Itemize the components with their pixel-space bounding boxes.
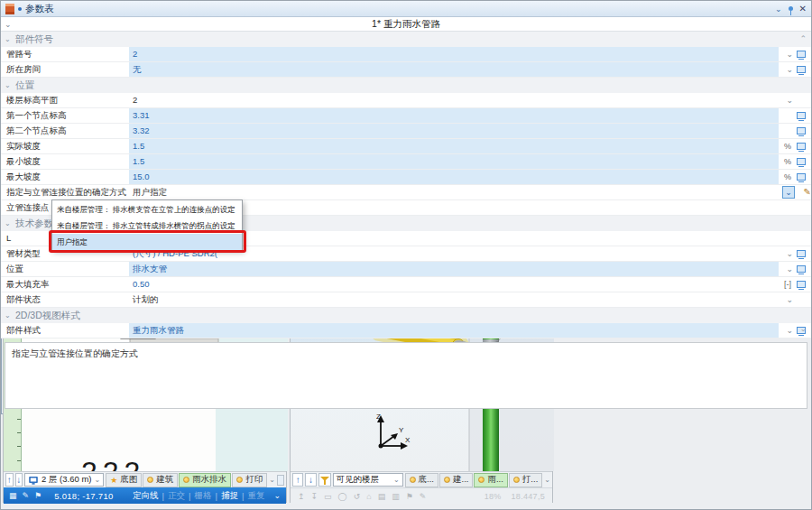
left-layer-tab[interactable]: ★底图 xyxy=(106,473,142,487)
dropdown-chevron-icon[interactable]: ⌄ xyxy=(786,262,793,276)
param-value[interactable]: 15.0 xyxy=(129,170,779,184)
floor-down-button[interactable]: ↓ xyxy=(15,473,23,487)
tool-icon[interactable]: ↧ xyxy=(311,492,318,501)
param-value[interactable]: 1.5 xyxy=(129,154,779,169)
pin-icon[interactable] xyxy=(789,6,793,11)
param-value[interactable]: 2 xyxy=(129,47,779,61)
bulb-icon xyxy=(444,477,450,483)
tool-icon[interactable]: ↥ xyxy=(298,492,305,501)
separator: | xyxy=(162,491,164,501)
toggle-3[interactable]: 栅格 xyxy=(195,490,212,502)
dropdown-option[interactable]: 用户指定 xyxy=(52,234,242,250)
tool-icon[interactable]: ⌂ xyxy=(366,492,371,501)
param-value[interactable]: 用户指定 xyxy=(129,185,779,199)
middle-layer-tab[interactable]: 底... xyxy=(405,473,438,487)
dropdown-chevron-icon[interactable]: ⌄ xyxy=(782,186,795,199)
apply-link-icon[interactable] xyxy=(797,66,806,73)
apply-link-icon[interactable] xyxy=(797,143,806,150)
middle-layer-tab[interactable]: 打... xyxy=(509,473,542,487)
element-header[interactable]: ⌄ 1* 重力雨水管路 xyxy=(1,17,811,32)
layer-tab-label: 底... xyxy=(419,474,434,486)
toggle-4[interactable]: 捕捉 xyxy=(221,490,238,502)
chevron-down-icon[interactable]: ⌄ xyxy=(544,476,550,484)
param-value[interactable]: 1.5 xyxy=(129,139,779,153)
bullet-icon xyxy=(18,7,22,11)
floor-up-button[interactable]: ↑ xyxy=(292,473,303,487)
toggle-2[interactable]: 正交 xyxy=(168,490,185,502)
apply-link-icon[interactable] xyxy=(797,173,806,181)
tool-icon[interactable]: ⚑ xyxy=(406,492,413,501)
param-row: 指定与立管连接位置的确定方式用户指定⌄✎ xyxy=(1,185,811,200)
apply-link-icon[interactable] xyxy=(797,250,806,257)
left-layer-tab[interactable]: 打印 xyxy=(232,473,267,487)
tool-icon[interactable]: ▥ xyxy=(392,492,400,501)
tool-icon[interactable]: ▭ xyxy=(324,492,332,501)
chevron-down-icon: ⌄ xyxy=(5,20,12,29)
left-layer-tab[interactable]: 建筑 xyxy=(143,473,178,487)
tool-icon[interactable]: ◯ xyxy=(338,492,347,501)
dropdown-option[interactable]: 来自楼层管理： 排水横支管在立管上的连接点的设定 xyxy=(52,201,242,218)
apply-link-icon[interactable] xyxy=(797,51,806,58)
middle-layer-tab[interactable]: 建... xyxy=(439,473,473,487)
layer-tab-label: 底图 xyxy=(120,474,137,486)
param-section-label: 位置 xyxy=(15,79,34,90)
apply-link-icon[interactable] xyxy=(797,112,806,119)
apply-link-icon[interactable] xyxy=(797,281,806,288)
param-value[interactable]: 3.32 xyxy=(129,124,779,138)
param-section[interactable]: ⌄2D/3D视图样式 xyxy=(1,308,811,323)
chevron-down-icon[interactable]: ⌄ xyxy=(273,491,281,500)
chevron-down-icon[interactable]: ⌄ xyxy=(775,5,782,14)
tool-icon[interactable]: ↺ xyxy=(354,492,361,501)
param-value[interactable]: 重力雨水管路 xyxy=(129,323,779,338)
edit-icon[interactable]: ✎ xyxy=(23,491,30,500)
scroll-down-icon[interactable]: ⌄ xyxy=(799,324,807,333)
left-layer-tab[interactable]: 雨水排水 xyxy=(179,473,231,487)
param-value[interactable]: 2 xyxy=(129,93,779,107)
apply-link-icon[interactable] xyxy=(797,127,806,134)
journal-icon[interactable]: ▦ xyxy=(9,491,17,500)
param-value[interactable]: 3.31 xyxy=(129,108,779,123)
apply-link-icon[interactable] xyxy=(797,265,806,273)
floor-selector[interactable]: 2 层 (3.60 m) ⌄ xyxy=(24,473,104,487)
param-section-label: 2D/3D视图样式 xyxy=(15,310,80,320)
param-label: 第二个节点标高 xyxy=(6,124,127,138)
dropdown-chevron-icon[interactable]: ⌄ xyxy=(786,292,793,307)
dropdown-chevron-icon[interactable]: ⌄ xyxy=(786,47,793,61)
element-name: 1* 重力雨水管路 xyxy=(1,18,811,31)
edit-pencil-icon[interactable]: ✎ xyxy=(804,185,811,199)
param-row: 第二个节点标高3.32 xyxy=(1,124,811,139)
param-section[interactable]: ⌄部件符号⌃ xyxy=(1,32,811,47)
connection-mode-dropdown[interactable]: 来自楼层管理： 排水横支管在立管上的连接点的设定来自楼层管理： 排水立管转成排水… xyxy=(51,199,243,250)
apply-link-icon[interactable] xyxy=(797,158,806,165)
chevron-down-icon[interactable]: ⌄ xyxy=(269,476,275,484)
flag-icon[interactable]: ⚑ xyxy=(34,491,42,500)
close-icon[interactable]: ✕ xyxy=(799,4,807,14)
floor-up-button[interactable]: ↑ xyxy=(5,473,14,487)
toggle-1[interactable]: 定向线 xyxy=(133,490,159,502)
floor-down-button[interactable]: ↓ xyxy=(305,473,316,487)
param-section[interactable]: ⌄位置 xyxy=(1,78,811,93)
dropdown-chevron-icon[interactable]: ⌄ xyxy=(786,93,793,107)
param-row: 楼层标高平面2⌄ xyxy=(1,93,811,108)
middle-layer-tab[interactable]: 雨... xyxy=(474,473,507,487)
param-value[interactable]: 排水支管 xyxy=(129,262,779,276)
param-value[interactable]: 0.50 xyxy=(129,277,779,292)
filter-button[interactable] xyxy=(318,473,331,487)
dropdown-chevron-icon[interactable]: ⌄ xyxy=(786,323,793,338)
visible-floors-selector[interactable]: 可见的楼层 ⌄ xyxy=(333,473,403,487)
bulb-icon xyxy=(147,477,153,483)
param-value[interactable]: 无 xyxy=(129,62,779,77)
param-value[interactable]: 计划的 xyxy=(129,292,779,307)
scroll-up-icon[interactable]: ⌃ xyxy=(799,32,807,47)
param-label: 指定与立管连接位置的确定方式 xyxy=(6,185,127,199)
dropdown-chevron-icon[interactable]: ⌄ xyxy=(786,246,793,261)
page-setup-icon[interactable] xyxy=(277,475,284,486)
param-unit: % xyxy=(784,170,791,184)
dropdown-option[interactable]: 来自楼层管理： 排水立管转成排水横管的拐点的设定 xyxy=(52,218,242,234)
tool-icon[interactable]: ✎ xyxy=(420,492,427,501)
param-unit: [-] xyxy=(784,277,791,292)
dropdown-chevron-icon[interactable]: ⌄ xyxy=(786,62,793,77)
tool-icon[interactable]: ▤ xyxy=(378,492,386,501)
toggle-5[interactable]: 重复 xyxy=(247,490,264,502)
param-label: 管路号 xyxy=(6,47,127,61)
